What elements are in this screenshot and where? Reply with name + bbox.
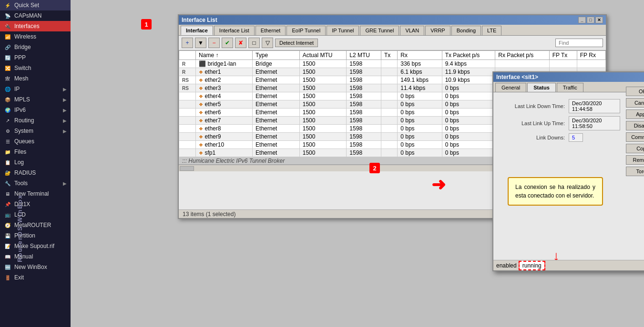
sidebar-item-dot1x[interactable]: 📌 Dot1X (0, 199, 71, 209)
sidebar-item-log[interactable]: 📋 Log (0, 157, 71, 168)
sidebar-item-exit[interactable]: 🚪 Exit (0, 272, 71, 283)
row-name: ❖ ether10 (196, 141, 253, 149)
close-button[interactable]: ✕ (595, 17, 603, 23)
sidebar-item-new-terminal[interactable]: 🖥 New Terminal (0, 188, 71, 199)
sidebar-item-metarouter[interactable]: 🧭 MetaROUTER (0, 220, 71, 230)
row-tx (381, 84, 397, 92)
filter-button[interactable]: ▽ (262, 38, 273, 48)
copy-button[interactable]: Copy (626, 144, 644, 153)
row-type: Ethernet (253, 141, 300, 149)
col-tx-pps[interactable]: Tx Packet p/s (442, 51, 495, 60)
row-actual-mtu: 1500 (299, 109, 347, 117)
detect-internet-button[interactable]: Detect Internet (275, 39, 318, 47)
tab-bonding[interactable]: Bonding (451, 26, 481, 35)
sidebar-item-ip[interactable]: 🌐 IP ▶ (0, 84, 71, 94)
sidebar-item-files[interactable]: 📁 Files (0, 147, 71, 157)
tooltip-box: La conexion se ha realizado y esta conec… (508, 177, 603, 206)
sidebar-item-system[interactable]: ⚙ System ▶ (0, 126, 71, 136)
disable-button[interactable]: Disable (626, 121, 644, 130)
minimize-button[interactable]: _ (578, 17, 586, 23)
sidebar-item-label: Files (14, 149, 26, 155)
sidebar-item-interfaces[interactable]: 🔌 Interfaces (0, 21, 71, 31)
row-rx: 0 bps (398, 117, 442, 125)
sidebar-item-lcd[interactable]: 📺 LCD (0, 209, 71, 220)
sidebar-item-mesh[interactable]: 🕸 Mesh (0, 73, 71, 84)
tab-general[interactable]: General (495, 83, 526, 92)
row-type: Ethernet (253, 100, 300, 109)
link-downs-value: 5 (569, 133, 583, 142)
sidebar-item-queues[interactable]: ☰ Queues (0, 136, 71, 147)
sidebar-item-switch[interactable]: 🔀 Switch (0, 63, 71, 73)
sidebar-item-ipv6[interactable]: 🌍 IPv6 ▶ (0, 105, 71, 115)
torch-button[interactable]: Torch (626, 167, 644, 176)
row-flags: R (179, 60, 196, 68)
apply-button[interactable]: Apply (626, 109, 644, 119)
sidebar-item-bridge[interactable]: 🔗 Bridge (0, 42, 71, 52)
row-l2-mtu: 1598 (347, 100, 381, 109)
remove-button[interactable]: − (208, 38, 220, 48)
sidebar-item-new-winbox[interactable]: 🆕 New WinBox (0, 262, 71, 272)
disable-button[interactable]: ✘ (235, 38, 246, 48)
col-fp-rx[interactable]: FP Rx (577, 51, 605, 60)
sidebar-item-radius[interactable]: 🔐 RADIUS (0, 168, 71, 178)
cancel-button[interactable]: Cancel (626, 98, 644, 108)
mesh-icon: 🕸 (4, 75, 11, 82)
col-rx[interactable]: Rx (398, 51, 442, 60)
tab-interface[interactable]: Interface (181, 26, 213, 35)
maximize-button[interactable]: □ (587, 17, 594, 23)
table-row[interactable]: R ⬛ bridge1-lan Bridge 1500 1598 336 bps… (179, 60, 606, 68)
col-flags[interactable] (179, 51, 196, 60)
row-rx: 0 bps (398, 133, 442, 141)
row-tx-pps: 0 bps (442, 125, 495, 133)
tab-interface-list[interactable]: Interface List (214, 26, 255, 35)
last-link-up-time-row: Last Link Up Time: Dec/30/2020 11:58:50 (498, 116, 620, 130)
sidebar-item-mpls[interactable]: 📦 MPLS ▶ (0, 94, 71, 105)
tab-eoip-tunnel[interactable]: EoIP Tunnel (286, 26, 326, 35)
ok-button[interactable]: OK (626, 87, 644, 96)
sit1-dialog-tabbar: General Status Traffic (493, 82, 644, 92)
row-l2-mtu: 1598 (347, 149, 381, 157)
tab-ip-tunnel[interactable]: IP Tunnel (327, 26, 359, 35)
row-tx (381, 109, 397, 117)
chevron-right-icon: ▶ (63, 129, 67, 134)
row-fp-rx (577, 60, 605, 68)
find-input[interactable] (555, 39, 603, 47)
remove-button[interactable]: Remove (626, 155, 644, 165)
col-type[interactable]: Type (253, 51, 300, 60)
sidebar-item-ppp[interactable]: 🔄 PPP (0, 52, 71, 63)
col-name[interactable]: Name ↑ (196, 51, 253, 60)
sidebar-item-wireless[interactable]: 📶 Wireless (0, 31, 71, 42)
row-type: Bridge (253, 60, 300, 68)
scrollbar-thumb[interactable] (180, 166, 194, 171)
tab-lte[interactable]: LTE (482, 26, 501, 35)
row-type: Ethernet (253, 149, 300, 157)
sidebar-item-manual[interactable]: 📖 Manual (0, 251, 71, 262)
tab-vrrp[interactable]: VRRP (425, 26, 450, 35)
copy-button[interactable]: □ (248, 38, 260, 48)
tab-ethernet[interactable]: Ethernet (256, 26, 286, 35)
sidebar-item-routing[interactable]: ↗ Routing ▶ (0, 115, 71, 126)
col-l2-mtu[interactable]: L2 MTU (347, 51, 381, 60)
sidebar-item-tools[interactable]: 🔧 Tools ▶ (0, 178, 71, 188)
tab-status[interactable]: Status (527, 83, 556, 92)
tab-vlan[interactable]: VLAN (400, 26, 424, 35)
sidebar-item-partition[interactable]: 💾 Partition (0, 230, 71, 241)
row-type: Ethernet (253, 133, 300, 141)
chevron-right-icon: ▶ (63, 181, 67, 186)
col-tx[interactable]: Tx (381, 51, 397, 60)
col-actual-mtu[interactable]: Actual MTU (299, 51, 347, 60)
col-rx-pps[interactable]: Rx Packet p/s (495, 51, 549, 60)
row-tx-pps: 11.9 kbps (442, 68, 495, 76)
sidebar-item-quickset[interactable]: ⚡ Quick Set (0, 0, 71, 10)
tab-traffic[interactable]: Traffic (557, 83, 583, 92)
enable-button[interactable]: ✔ (222, 38, 233, 48)
col-fp-tx[interactable]: FP Tx (549, 51, 577, 60)
sit1-dialog-titlebar: Interface <sit1> _ ✕ (493, 72, 644, 82)
sidebar-item-make-supout[interactable]: 📝 Make Supout.rif (0, 241, 71, 251)
add-button[interactable]: + (182, 38, 193, 48)
sidebar-item-label: New WinBox (14, 264, 47, 270)
add-dropdown-button[interactable]: ▼ (195, 38, 206, 48)
sidebar-item-capsman[interactable]: 📡 CAPsMAN (0, 10, 71, 21)
comment-button[interactable]: Comment (626, 132, 644, 142)
tab-gre-tunnel[interactable]: GRE Tunnel (360, 26, 399, 35)
